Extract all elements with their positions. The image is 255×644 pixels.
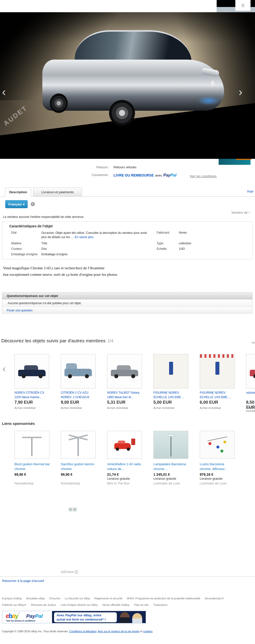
footer-link[interactable]: Heure officielle d'eBay xyxy=(102,603,129,606)
banner-terms-note: *Voir les termes et conditions xyxy=(6,620,35,622)
sponsored-merchant: Nomadeshop xyxy=(14,482,34,485)
matiere-label: Matière: xyxy=(11,242,22,245)
sponsored-shipping: Livraison gratuite xyxy=(107,477,130,480)
privacy-link[interactable]: Avis sur le respect de la vie privée xyxy=(98,630,139,633)
sponsored-image[interactable] xyxy=(200,431,235,459)
product-image[interactable] xyxy=(61,354,96,388)
footer-link[interactable]: Traductions xyxy=(153,603,168,606)
couleur-label: Couleur: xyxy=(11,247,22,250)
sponsored-price: 21,74 € xyxy=(107,472,119,476)
banner-message-area: Avec PayPal sur eBay, votre achat est li… xyxy=(52,611,146,623)
type-label: Type: xyxy=(157,242,164,245)
footer-link[interactable]: VeRO: Programme de protection de la prop… xyxy=(127,597,201,600)
echelle-label: Echelle: xyxy=(157,247,167,250)
product-image[interactable] xyxy=(153,354,188,388)
sponsored-price: 1 245,01 € xyxy=(153,472,170,476)
product-title-link[interactable]: FIGURINE NOREV ECHELLE 1/43 EME ... xyxy=(200,390,236,400)
type-value: collection xyxy=(179,242,191,245)
product-title-link[interactable]: NOREV TALBOT Solara 1980 bleue bon ét... xyxy=(107,390,143,400)
footer-link[interactable]: La Sécurité sur eBay xyxy=(65,597,90,600)
footer-link[interactable]: Publicité sur eBay.fr xyxy=(2,603,26,606)
fabricant-value: Norev xyxy=(179,231,187,234)
characteristics-title: Caractéristiques de l'objet xyxy=(9,224,53,228)
coverage-label: Couverture : xyxy=(62,173,110,177)
sponsored-image[interactable] xyxy=(153,431,188,459)
sponsored-image[interactable] xyxy=(14,431,49,459)
ask-question-link[interactable]: Poser une question xyxy=(2,307,252,314)
product-image[interactable] xyxy=(14,354,49,388)
figurine-thumbnail xyxy=(200,354,234,388)
banner-photo-woman xyxy=(132,613,142,623)
carousel-prev-icon[interactable]: ‹ xyxy=(2,364,6,374)
footer-link[interactable]: Décisions de Justice xyxy=(31,603,56,606)
sponsored-merchant: Nomadeshop xyxy=(61,482,80,485)
print-link[interactable]: Impr xyxy=(247,190,254,193)
product-title-link[interactable]: NOREV CITROËN CX 2200 bleue marine... xyxy=(14,390,50,400)
photo-next-arrow-icon[interactable]: › xyxy=(239,86,242,98)
cookies-link[interactable]: cookies xyxy=(143,630,152,633)
product-title-link[interactable]: FIGURINE NOREV ECHELLE 1/43 EME ... xyxy=(153,390,190,400)
product-image[interactable] xyxy=(200,354,235,388)
see-all-link[interactable]: Vo xyxy=(252,341,255,344)
adchoices-play-icon[interactable]: ▷ xyxy=(69,508,72,511)
product-image[interactable] xyxy=(246,354,255,388)
info-icon[interactable]: i xyxy=(31,202,35,206)
tab-description[interactable]: Description xyxy=(5,188,31,197)
footer-link[interactable]: Actualités eBay xyxy=(26,597,45,600)
model-car-front-wheel xyxy=(109,100,135,126)
purchase-type: Achat immédiat xyxy=(200,406,221,410)
returns-value: Retours refusés xyxy=(114,165,136,169)
sponsored-title-link[interactable]: Blunt guidon thermal bar chrome xyxy=(14,462,50,471)
sponsored-price: 69,90 € xyxy=(14,472,26,476)
footer-link[interactable]: Liste d'objets désirés sur eBay xyxy=(60,603,98,606)
product-image[interactable] xyxy=(107,354,142,388)
paypal-promo-banner[interactable]: ebay™ PayPal *Voir les termes et conditi… xyxy=(2,611,146,623)
purchase-type: Achat immédiat xyxy=(246,406,255,412)
learn-more-link[interactable]: En savoir plus xyxy=(75,235,93,239)
product-price: 5,00 EUR xyxy=(153,400,172,405)
photo-prev-arrow-icon[interactable]: ‹ xyxy=(2,86,6,98)
product-title-link[interactable]: voiture CITROËN xyxy=(246,390,255,395)
product-price: 5,31 EUR xyxy=(107,400,126,405)
footer-link[interactable]: A propos d'eBay xyxy=(2,597,22,600)
banner-logos: ebay™ PayPal *Voir les termes et conditi… xyxy=(2,611,52,623)
returns-label: Retours : xyxy=(62,165,110,169)
sponsored-merchant: Mini In The Box xyxy=(107,482,129,485)
car-thumbnail xyxy=(61,354,95,388)
item-number-label: Numéro de l xyxy=(232,211,250,214)
sponsored-section-title: Liens sponsorisés xyxy=(2,421,35,426)
purchase-type: Achat immédiat xyxy=(107,406,128,410)
sponsored-title-link[interactable]: Sacrifice guidon bennis chrome xyxy=(61,462,97,471)
sponsored-title-link[interactable]: Lustre Barcelona chrome, diffuseur... xyxy=(200,462,236,471)
close-icon: X xyxy=(241,2,245,8)
footer-link[interactable]: Plan du site xyxy=(134,603,148,606)
footer-link[interactable]: Secondemain.fr xyxy=(205,597,224,600)
close-button[interactable]: X xyxy=(235,0,251,11)
model-car-blue-reflection xyxy=(194,94,224,107)
sponsored-price: 979,16 € xyxy=(200,472,213,476)
footer-links-row-1: A propos d'eBay Actualités eBay S'inscri… xyxy=(2,597,224,600)
see-conditions-link[interactable]: Voir les conditions xyxy=(190,174,217,178)
tab-shipping-payments[interactable]: Livraison et paiements xyxy=(33,188,82,197)
car-thumbnail xyxy=(15,354,49,388)
back-to-home-link[interactable]: Retourner à la page d'accueil xyxy=(2,579,44,583)
sponsored-title-link[interactable]: miniintheBox 1:43 radio voiture de... xyxy=(107,462,143,471)
purchase-type: Achat immédiat xyxy=(153,406,175,410)
product-title-link[interactable]: CITROËN 2 CV AZU NOREV. 2 CHEVAUX xyxy=(61,390,97,400)
seller-responsibility-note: Le vendeur assume l'entière responsabili… xyxy=(3,215,84,219)
sponsored-title-link[interactable]: Lampadaire Barcelona chrome,... xyxy=(153,462,190,471)
sponsored-image[interactable] xyxy=(107,431,142,459)
adchoice-label[interactable]: AdChoice i xyxy=(61,570,78,574)
language-label: Français xyxy=(8,202,21,206)
sponsored-image[interactable] xyxy=(61,431,96,459)
terms-link[interactable]: Conditions d'utilisation xyxy=(69,630,96,633)
coverage-program-text: LIVRE OU REMBOURSE xyxy=(114,173,154,177)
product-price: 6,00 EUR xyxy=(200,400,218,405)
matiere-value: Tôle xyxy=(41,242,47,245)
footer-link[interactable]: Règlements et sécurité xyxy=(94,597,123,600)
sponsored-price: 99,90 € xyxy=(61,472,72,476)
item-characteristics-box: Caractéristiques de l'objet Etat : Occas… xyxy=(2,222,253,259)
language-dropdown-button[interactable]: Français ▾ xyxy=(5,200,28,208)
footer-link[interactable]: S'inscrire xyxy=(49,597,60,600)
ad-close-icon[interactable]: ✕ xyxy=(73,508,77,511)
